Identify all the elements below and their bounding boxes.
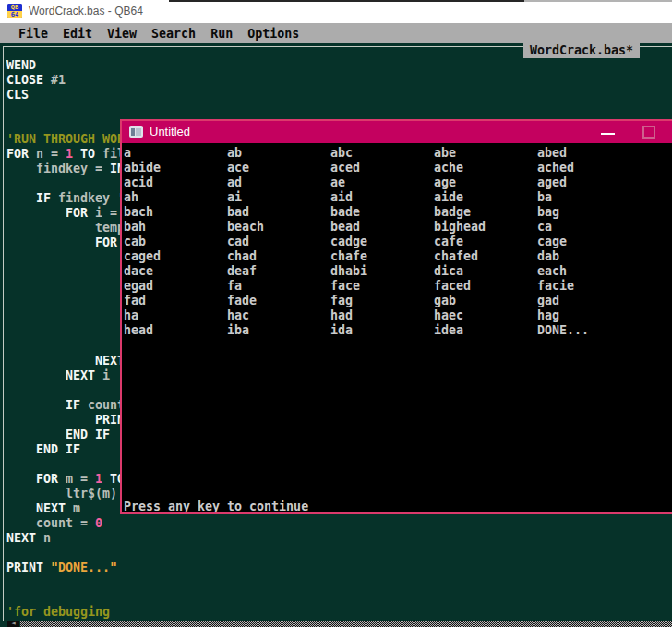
output-word: iba xyxy=(227,323,330,338)
code-line: CLOSE #1 xyxy=(6,73,667,88)
output-window[interactable]: Untitled aababcabeabedabideaceacedacheac… xyxy=(120,119,672,514)
output-word: chafed xyxy=(434,249,537,264)
code-line xyxy=(6,575,667,590)
output-word: haec xyxy=(434,308,537,323)
menu-item-edit[interactable]: Edit xyxy=(63,27,92,41)
output-word: ha xyxy=(124,308,227,323)
output-row: fadfadefaggabgad xyxy=(124,294,641,308)
output-word: bach xyxy=(124,205,227,220)
output-word: each xyxy=(537,264,641,279)
output-row: egadfafacefacedfacie xyxy=(124,279,641,294)
minimize-icon[interactable] xyxy=(601,133,615,135)
output-word: acid xyxy=(124,175,227,190)
output-word: dica xyxy=(434,264,537,279)
output-word: aged xyxy=(537,175,641,190)
code-line: WEND xyxy=(6,58,667,73)
output-word: dace xyxy=(124,264,227,279)
output-word: hac xyxy=(227,308,330,323)
output-word: dab xyxy=(537,249,641,264)
menu-item-view[interactable]: View xyxy=(107,27,137,41)
output-word: a xyxy=(124,146,227,161)
output-row: acidadaeageaged xyxy=(124,175,641,190)
output-word: gab xyxy=(434,294,537,308)
output-word: DONE... xyxy=(537,323,641,338)
output-row: cabcadcadgecafecage xyxy=(124,235,641,249)
output-window-titlebar[interactable]: Untitled xyxy=(122,121,672,143)
output-row: cagedchadchafechafeddab xyxy=(124,249,641,264)
menu-item-file[interactable]: File xyxy=(18,27,48,41)
output-word: cab xyxy=(124,235,227,249)
qb64-logo-icon: QB 64 xyxy=(7,4,22,18)
output-word: fag xyxy=(330,294,434,308)
output-word: ache xyxy=(434,161,537,175)
code-line xyxy=(6,546,667,561)
output-word: facie xyxy=(537,279,641,294)
output-word: hag xyxy=(537,308,641,323)
menu-item-run[interactable]: Run xyxy=(210,27,233,41)
output-word: faced xyxy=(434,279,537,294)
output-word: bade xyxy=(330,205,434,220)
output-word: ba xyxy=(537,190,641,205)
code-line: 'for debugging xyxy=(6,605,667,620)
output-word: deaf xyxy=(227,264,330,279)
output-word: ab xyxy=(227,146,330,161)
code-line: NEXT n xyxy=(6,531,667,546)
output-console: aababcabeabedabideaceacedacheachedacidad… xyxy=(122,143,672,512)
output-row: bahbeachbeadbigheadca xyxy=(124,220,641,235)
output-word: beach xyxy=(227,220,330,235)
background-window-edge-dark xyxy=(169,0,524,2)
output-word: ah xyxy=(124,190,227,205)
output-word: ad xyxy=(227,175,330,190)
output-word: chad xyxy=(227,249,330,264)
output-word: bighead xyxy=(434,220,537,235)
output-word: ca xyxy=(537,220,641,235)
output-word: bah xyxy=(124,220,227,235)
menu-item-options[interactable]: Options xyxy=(247,27,299,41)
qb64-logo-top-text: QB xyxy=(7,4,22,11)
output-word: aid xyxy=(330,190,434,205)
code-line xyxy=(6,102,667,117)
output-row: hahachadhaechag xyxy=(124,308,641,323)
output-word: abc xyxy=(330,146,434,161)
output-row: abideaceacedacheached xyxy=(124,161,641,175)
output-word: abed xyxy=(537,146,641,161)
output-row: dacedeafdhabidicaeach xyxy=(124,264,641,279)
output-word: age xyxy=(434,175,537,190)
output-word: gad xyxy=(537,294,641,308)
output-row: headibaidaideaDONE... xyxy=(124,323,641,338)
menu-bar: FileEditViewSearchRunOptions xyxy=(0,23,672,43)
output-word: ida xyxy=(330,323,434,338)
code-line: CLS xyxy=(6,88,667,102)
output-word: bead xyxy=(330,220,434,235)
tab-wordcrack-bas[interactable]: WordCrack.bas* xyxy=(523,43,640,58)
scroll-left-arrow-icon[interactable]: ◄ xyxy=(7,621,19,627)
output-word: badge xyxy=(434,205,537,220)
maximize-icon[interactable] xyxy=(642,126,655,139)
output-word: aide xyxy=(434,190,537,205)
output-word: had xyxy=(330,308,434,323)
window-title: WordCrack.bas - QB64 xyxy=(29,5,143,18)
output-word: cage xyxy=(537,235,641,249)
output-row: aababcabeabed xyxy=(124,146,641,161)
output-word: abide xyxy=(124,161,227,175)
code-line: count = 0 xyxy=(6,516,667,531)
code-line xyxy=(6,590,667,605)
untitled-window-icon xyxy=(129,126,143,138)
output-word: fade xyxy=(227,294,330,308)
output-row: ahaiaidaideba xyxy=(124,190,641,205)
code-line: PRINT "DONE..." xyxy=(6,561,667,575)
output-word: ace xyxy=(227,161,330,175)
output-word: bad xyxy=(227,205,330,220)
output-word: abe xyxy=(434,146,537,161)
os-titlebar[interactable]: QB 64 WordCrack.bas - QB64 xyxy=(0,0,672,23)
output-word: dhabi xyxy=(330,264,434,279)
qb64-logo-bottom-text: 64 xyxy=(7,11,22,18)
output-word: face xyxy=(330,279,434,294)
output-word: ai xyxy=(227,190,330,205)
horizontal-scrollbar[interactable]: ◄ xyxy=(0,621,672,627)
output-word: bag xyxy=(537,205,641,220)
scrollbar-track[interactable] xyxy=(20,621,672,627)
menu-item-search[interactable]: Search xyxy=(151,27,196,41)
background-window-edge-light xyxy=(524,0,672,2)
output-word: egad xyxy=(124,279,227,294)
